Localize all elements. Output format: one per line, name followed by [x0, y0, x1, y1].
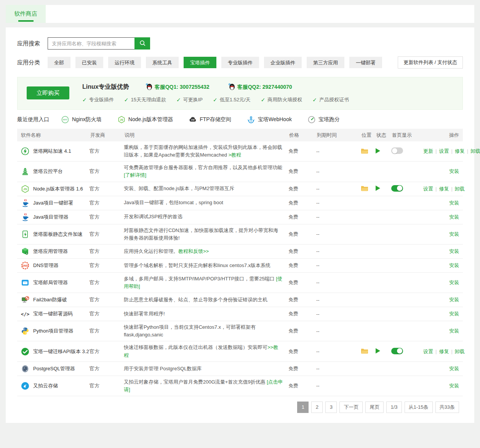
recent-link-宝塔跑分[interactable]: 宝塔跑分	[308, 116, 340, 123]
qq1-contact[interactable]: 客服QQ1: 3007255432	[145, 83, 210, 91]
location-cell	[361, 148, 376, 155]
action-link[interactable]: 安装	[449, 280, 459, 285]
category-button[interactable]: 宝塔插件	[184, 57, 216, 68]
pagination-button[interactable]: 1	[297, 402, 309, 413]
row-actions: 安装	[423, 296, 463, 303]
update-software-list-button[interactable]: 更新软件列表 / 支付状态	[398, 56, 463, 69]
home-display-cell	[391, 185, 423, 193]
service-running-icon[interactable]	[376, 148, 380, 154]
service-running-icon[interactable]	[376, 348, 380, 354]
action-link[interactable]: 安装	[449, 168, 459, 174]
folder-icon[interactable]	[361, 185, 368, 191]
folder-icon[interactable]	[361, 348, 368, 354]
waf-shield-icon: WAF	[61, 116, 69, 123]
description-link[interactable]: 教程和反馈>>	[178, 248, 209, 254]
row-actions: 安装	[423, 248, 463, 255]
action-link[interactable]: 安装	[449, 214, 459, 220]
action-link[interactable]: 修复	[455, 148, 465, 154]
action-link[interactable]: 卸载	[455, 349, 465, 354]
recent-link-Node.js版本管理器[interactable]: JSNode.js版本管理器	[118, 116, 173, 123]
status-cell	[376, 186, 391, 192]
app-price: 免费	[288, 310, 316, 317]
buy-now-button[interactable]: 立即购买	[27, 86, 69, 99]
description-text: 快速部署常用程序!	[124, 311, 165, 317]
category-button[interactable]: 全部	[48, 57, 70, 68]
category-button[interactable]: 企业版插件	[264, 57, 302, 68]
description-link[interactable]: [了解详情]	[124, 172, 146, 178]
app-description: 对面板静态文件进行CDN加速，加快面板加载速度，提升对小带宽和海外服务器的面板使…	[124, 227, 288, 242]
app-expire-time: --	[316, 214, 361, 220]
action-link[interactable]: 安装	[449, 383, 459, 389]
action-link[interactable]: 安装	[449, 231, 459, 237]
action-link[interactable]: 安装	[449, 366, 459, 371]
action-link[interactable]: 安装	[449, 297, 459, 302]
description-link[interactable]: >教程	[229, 152, 242, 158]
action-link[interactable]: 设置	[439, 148, 449, 154]
app-expire-time: --	[316, 311, 361, 317]
search-button[interactable]	[134, 37, 150, 50]
toggle-knob	[397, 348, 402, 354]
table-row: 堡塔网站加速 4.1 官方 重构版，基于页面缓存的网站加速插件，安装或升级到此版…	[17, 141, 463, 162]
search-input[interactable]	[48, 37, 134, 50]
app-expire-time: --	[316, 349, 361, 354]
action-link[interactable]: 安装	[449, 200, 459, 206]
svg-text:</>: </>	[21, 311, 29, 317]
category-button[interactable]: 已安装	[75, 57, 103, 68]
mail-icon	[21, 278, 29, 287]
search-box	[48, 37, 150, 50]
top-tab-bar: 软件商店	[6, 5, 474, 23]
tab-active-underline	[18, 20, 34, 22]
folder-icon[interactable]	[361, 148, 368, 154]
check-icon: ✓	[312, 97, 317, 103]
pagination-button[interactable]: 2	[311, 402, 323, 413]
service-running-icon[interactable]	[376, 186, 380, 191]
row-actions: 安装	[423, 310, 463, 317]
table-row: Fail2ban防爆破 官方 防止恶意主机爆破服务、站点、禁止导致多个身份验证错…	[17, 293, 463, 307]
action-link[interactable]: 更新	[423, 148, 433, 154]
action-link[interactable]: 安装	[449, 248, 459, 254]
pagination-button[interactable]: 3	[325, 402, 337, 413]
feature-text: 可更换IP	[183, 96, 203, 103]
recent-link-FTP存储空间[interactable]: FTPFTP存储空间	[189, 116, 231, 123]
category-button[interactable]: 一键部署	[349, 57, 382, 68]
nodejs-icon: JS	[21, 185, 29, 193]
action-link[interactable]: 设置	[423, 349, 433, 354]
app-description: Java项目一键部署，包括tomcat，spring boot	[124, 199, 288, 206]
home-display-toggle[interactable]	[391, 348, 403, 354]
action-link[interactable]: 卸载	[470, 148, 480, 154]
recent-link-label: Node.js版本管理器	[128, 116, 173, 123]
action-link[interactable]: 修复	[439, 186, 449, 192]
action-link[interactable]: 安装	[449, 262, 459, 268]
qq2-contact[interactable]: 客服QQ2: 2927440070	[228, 83, 292, 91]
home-display-toggle[interactable]	[391, 147, 403, 154]
app-price: 免费	[288, 248, 316, 255]
action-link[interactable]: 设置	[423, 186, 433, 192]
home-display-toggle[interactable]	[391, 185, 403, 192]
app-name: 堡塔应用管理器	[33, 248, 68, 255]
category-button[interactable]: 第三方应用	[307, 57, 344, 68]
recent-link-Nginx防火墙[interactable]: WAFNginx防火墙	[61, 116, 102, 123]
app-name: Node.js版本管理器 1.6	[33, 186, 83, 192]
pagination-button[interactable]: 下一页	[339, 402, 363, 413]
app-price: 免费	[288, 148, 316, 155]
code-icon: </>	[21, 310, 29, 318]
app-name-cell: Java项目一键部署	[17, 199, 90, 207]
app-description: 多域，多用户邮局，支持SMTP/IMAP/POP3/HTTP接口，需要25端口 …	[124, 275, 288, 290]
tab-software-store[interactable]: 软件商店	[6, 5, 46, 23]
recent-link-宝塔WebHook[interactable]: 宝塔WebHook	[247, 116, 292, 123]
action-link[interactable]: 安装	[449, 328, 459, 334]
action-separator: |	[435, 349, 437, 354]
pagination-info: 从1-15条	[405, 402, 433, 413]
category-button[interactable]: 专业版插件	[221, 57, 259, 68]
action-link[interactable]: 卸载	[455, 186, 465, 192]
check-icon: ✓	[261, 97, 266, 103]
app-name-cell: 堡塔云控平台	[17, 167, 90, 176]
action-link[interactable]: 安装	[449, 311, 459, 317]
app-description: 防止恶意主机爆破服务、站点、禁止导致多个身份验证错误的主机	[124, 296, 288, 304]
action-link[interactable]: 修复	[439, 349, 449, 354]
pagination-button[interactable]: 尾页	[365, 402, 384, 413]
app-name-cell: 又拍云存储	[17, 382, 90, 390]
category-button[interactable]: 运行环境	[108, 57, 141, 68]
app-price: 免费	[288, 214, 316, 221]
category-button[interactable]: 系统工具	[146, 57, 179, 68]
